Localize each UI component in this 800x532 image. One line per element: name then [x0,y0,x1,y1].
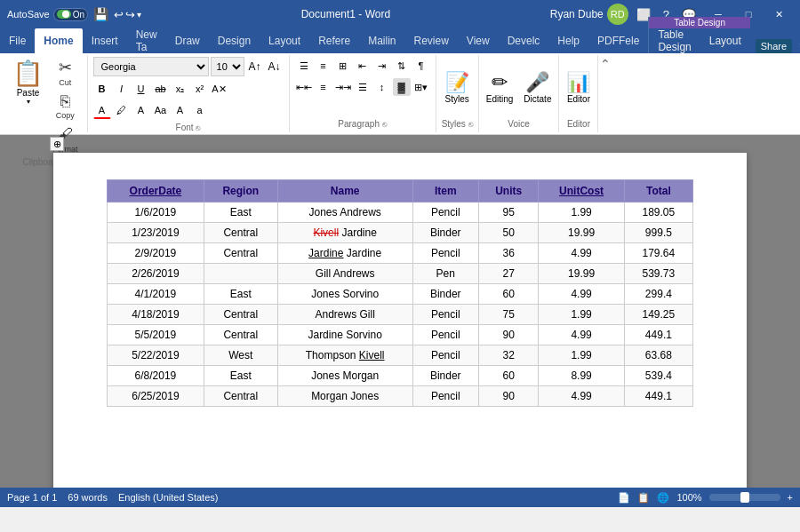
cell-units: 60 [478,366,539,386]
line-spacing-button[interactable]: ↕ [373,78,391,96]
cell-item: Pencil [412,202,478,223]
font-size-dn2[interactable]: a [191,101,209,119]
table-move-handle[interactable]: ⊕ [50,137,64,151]
clear-format-button[interactable]: A✕ [211,80,228,98]
justify-button[interactable]: ☰ [354,78,372,96]
text-effects-button[interactable]: A [132,101,150,119]
cell-date: 5/22/2019 [108,345,204,366]
close-button[interactable]: ✕ [764,5,793,23]
tab-pdffele[interactable]: PDFFele [588,28,648,53]
web-layout-button[interactable]: 🌐 [657,492,669,504]
tab-review[interactable]: Review [405,28,458,53]
tab-newta[interactable]: New Ta [127,28,166,53]
font-size-select[interactable]: 10 [211,57,244,76]
align-right-button[interactable]: ⇥⇥ [334,78,352,96]
cell-region: Central [204,243,277,264]
cell-item: Pencil [412,243,478,264]
read-mode-button[interactable]: 📄 [618,492,630,504]
print-layout-button[interactable]: 📋 [637,492,650,504]
superscript-button[interactable]: x² [191,80,209,98]
page: ⊕ OrderDate Region Name Item Units UnitC… [53,153,747,488]
zoom-slider[interactable] [709,494,780,501]
tab-file[interactable]: File [0,28,35,53]
tab-mailin[interactable]: Mailin [359,28,404,53]
styles-gallery[interactable]: 📝 Styles [442,67,473,107]
font-size-up2[interactable]: A [172,101,189,119]
increase-indent-button[interactable]: ⇥ [373,57,391,75]
tab-view[interactable]: View [458,28,499,53]
copy-button[interactable]: ⎘ Copy [49,91,82,123]
paragraph-group: ☰ ≡ ⊞ ⇤ ⇥ ⇅ ¶ ⇤⇤ ≡ ⇥⇥ ☰ ↕ ▓ ⊞▾ Paragraph… [290,55,436,132]
dictate-button[interactable]: 🎤 Dictate [522,69,553,106]
cell-total: 539.4 [624,366,692,386]
header-item: Item [412,180,478,202]
tab-refere[interactable]: Refere [309,28,359,53]
table-row: 1/6/2019EastJones AndrewsPencil951.99189… [108,202,693,223]
share-button[interactable]: Share [756,39,792,53]
editing-button[interactable]: ✏ Editing [484,69,516,106]
decrease-font-button[interactable]: A↓ [266,58,284,75]
tab-home[interactable]: Home [35,28,82,53]
cell-unitcost: 19.99 [539,223,624,243]
font-family-select[interactable]: Georgia [93,57,209,76]
font-label: Font ⎋ [176,121,201,134]
cell-units: 60 [478,284,539,305]
paragraph-expand[interactable]: ⎋ [382,120,387,129]
cut-button[interactable]: ✂ Cut [49,57,82,89]
case-button[interactable]: Aa [152,101,170,119]
table-row: 6/25/2019CentralMorgan JonesPencil904.99… [108,386,693,407]
tab-table-layout[interactable]: Layout [700,28,750,53]
ribbon-content: 📋 Paste ▾ ✂ Cut ⎘ Copy 🖌 Format Clipbo [0,53,800,135]
numbering-button[interactable]: ≡ [315,57,332,75]
borders-button[interactable]: ⊞▾ [412,78,430,96]
shading-button[interactable]: ▓ [393,78,411,96]
table-row: 2/26/2019Gill AndrewsPen2719.99539.73 [108,264,693,284]
styles-group-content: 📝 Styles [442,57,473,117]
table-row: 5/22/2019WestThompson KivellPencil321.99… [108,345,693,366]
styles-group: 📝 Styles Styles ⎋ [436,55,479,132]
cell-total: 179.64 [624,243,692,264]
align-left-button[interactable]: ⇤⇤ [295,78,313,96]
tab-draw[interactable]: Draw [166,28,209,53]
italic-button[interactable]: I [113,80,131,98]
header-name: Name [277,180,412,202]
tab-layout[interactable]: Layout [260,28,309,53]
cell-date: 2/26/2019 [108,264,204,284]
subscript-button[interactable]: x₂ [172,80,189,98]
tab-develc[interactable]: Develc [499,28,549,53]
cell-units: 36 [478,243,539,264]
tab-design[interactable]: Design [209,28,260,53]
sort-button[interactable]: ⇅ [393,57,411,75]
bold-button[interactable]: B [93,80,111,98]
table-row: 2/9/2019CentralJardine JardinePencil364.… [108,243,693,264]
tab-help[interactable]: Help [548,28,588,53]
ribbon-right-arrow[interactable]: ⌃ [598,55,612,132]
styles-expand[interactable]: ⎋ [468,120,473,129]
cell-name: Jones Morgan [277,366,412,386]
cell-unitcost: 4.99 [539,386,624,407]
highlight-button[interactable]: 🖊 [113,101,131,119]
clipboard-group-content: 📋 Paste ▾ ✂ Cut ⎘ Copy 🖌 Format [9,57,82,155]
tab-table-design[interactable]: Table Design [649,28,700,53]
multilevel-button[interactable]: ⊞ [334,57,352,75]
font-color-button[interactable]: A [93,101,111,119]
strikethrough-button[interactable]: ab [152,80,170,98]
underline-button[interactable]: U [132,80,150,98]
tab-insert[interactable]: Insert [83,28,127,53]
editor-button[interactable]: 📊 Editor [564,69,592,106]
cell-unitcost: 8.99 [539,366,624,386]
cell-date: 6/25/2019 [108,386,204,407]
decrease-indent-button[interactable]: ⇤ [354,57,372,75]
align-center-button[interactable]: ≡ [315,78,332,96]
header-total: Total [624,180,692,202]
toggle-knob [57,10,71,19]
zoom-plus[interactable]: + [788,492,793,503]
cell-item: Binder [412,366,478,386]
bullets-button[interactable]: ☰ [295,57,313,75]
increase-font-button[interactable]: A↑ [246,58,264,75]
paste-button[interactable]: 📋 Paste ▾ [9,57,47,107]
zoom-thumb[interactable] [740,492,749,503]
font-expand[interactable]: ⎋ [196,123,200,132]
cell-total: 449.1 [624,325,692,345]
show-para-button[interactable]: ¶ [412,57,430,75]
